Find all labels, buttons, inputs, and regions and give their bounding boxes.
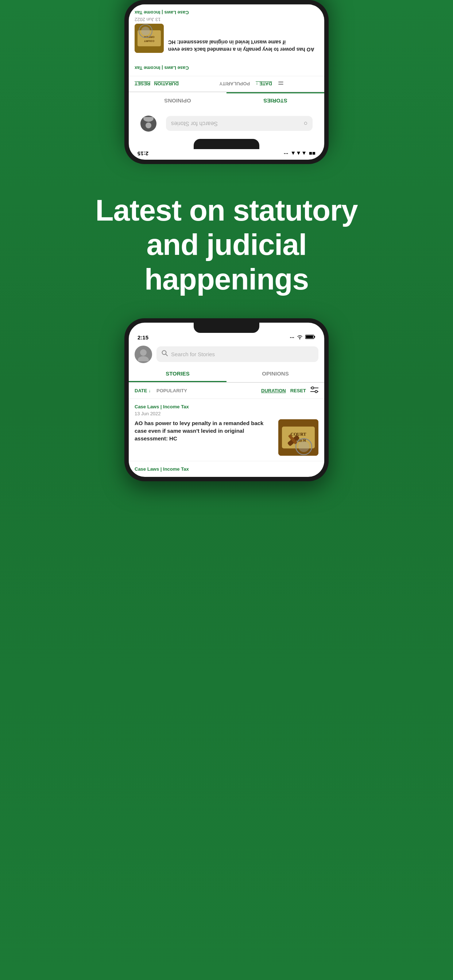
top-news-card-2: Case Laws | Income Tax bbox=[129, 60, 324, 76]
svg-point-11 bbox=[140, 349, 147, 356]
tab-stories-top[interactable]: STORIES bbox=[226, 92, 324, 108]
top-tabs: STORIES OPINIONS bbox=[129, 92, 324, 108]
page-wrapper: ■■ ▲▲▲ ··· 2:15 ○ Search for Stori bbox=[0, 0, 453, 980]
svg-rect-9 bbox=[314, 336, 315, 337]
filter-arrow: ↓ bbox=[148, 388, 151, 393]
svg-text:COURT: COURT bbox=[144, 40, 155, 43]
court-order-image: COURT ORDER bbox=[135, 24, 164, 53]
wifi-icon: ▲▲▲ bbox=[290, 151, 307, 157]
bottom-status-icons: ··· bbox=[290, 334, 316, 340]
headline-text: Latest on statutory and judicial happeni… bbox=[95, 193, 357, 296]
bottom-filter-reset[interactable]: RESET bbox=[290, 388, 306, 393]
bottom-avatar bbox=[135, 345, 152, 363]
svg-point-12 bbox=[138, 356, 149, 361]
bottom-battery-icon bbox=[305, 334, 316, 340]
bottom-filter-duration[interactable]: DURATION bbox=[261, 388, 286, 393]
svg-point-18 bbox=[315, 390, 317, 393]
battery-icon: ■■ bbox=[309, 151, 316, 157]
top-news-image: COURT ORDER bbox=[135, 24, 164, 53]
top-app-content: ○ Search for Stories S bbox=[129, 5, 324, 139]
top-news-date: 13 Jun 2022 bbox=[135, 17, 318, 22]
top-filter-duration[interactable]: DURATION bbox=[154, 81, 179, 87]
bottom-tabs: STORIES OPINIONS bbox=[129, 366, 324, 383]
top-phone-screen: ■■ ▲▲▲ ··· 2:15 ○ Search for Stori bbox=[129, 5, 324, 160]
filter-sliders-svg bbox=[310, 387, 318, 393]
top-phone-notch bbox=[194, 139, 259, 149]
bottom-news-card-1[interactable]: Case Laws | Income Tax 13 Jun 2022 AO ha… bbox=[129, 399, 324, 461]
top-filter-date[interactable]: DATE ↑ bbox=[256, 81, 272, 87]
top-news-category: Case Laws | Income Tax bbox=[135, 10, 318, 15]
tab-stories-bottom[interactable]: STORIES bbox=[129, 366, 226, 382]
svg-line-14 bbox=[166, 354, 167, 356]
bottom-news-date-1: 13 Jun 2022 bbox=[135, 411, 318, 416]
bottom-news-title-1: AO has power to levy penalty in a remand… bbox=[135, 419, 274, 442]
bottom-signal-dots: ··· bbox=[290, 334, 294, 340]
bottom-search-bar[interactable]: Search for Stories bbox=[156, 346, 318, 362]
bottom-status-bar: 2:15 ··· bbox=[129, 333, 324, 343]
top-phone-container: ■■ ▲▲▲ ··· 2:15 ○ Search for Stori bbox=[0, 0, 453, 164]
bottom-search-placeholder: Search for Stories bbox=[171, 351, 215, 357]
bottom-filter-row: DATE ↓ POPULARITY DURATION RESET bbox=[129, 383, 324, 399]
signal-icon: ··· bbox=[284, 151, 289, 157]
wifi-svg bbox=[297, 334, 303, 339]
top-news-category-2: Case Laws | Income Tax bbox=[135, 65, 318, 71]
tab-opinions-bottom[interactable]: OPINIONS bbox=[226, 366, 324, 382]
svg-rect-10 bbox=[306, 336, 313, 338]
tab-opinions-top[interactable]: OPINIONS bbox=[129, 92, 226, 108]
bottom-news-card-1-row: AO has power to levy penalty in a remand… bbox=[135, 419, 318, 456]
bottom-news-image-1: COURT ORDER bbox=[278, 419, 318, 456]
top-status-icons: ■■ ▲▲▲ ··· bbox=[284, 151, 316, 157]
bottom-top-bar: Search for Stories bbox=[129, 343, 324, 366]
bottom-filter-popularity[interactable]: POPULARITY bbox=[156, 388, 187, 393]
svg-point-7 bbox=[141, 27, 150, 35]
top-search-bar[interactable]: ○ Search for Stories bbox=[166, 116, 313, 131]
bottom-phone-mockup: 2:15 ··· bbox=[124, 318, 329, 481]
search-svg bbox=[161, 350, 168, 356]
top-filter-row: ⚌ DATE ↑ POPULARITY DURATION RESET bbox=[129, 76, 324, 92]
bottom-court-order-image: COURT ORDER bbox=[278, 419, 318, 456]
top-phone-mockup: ■■ ▲▲▲ ··· 2:15 ○ Search for Stori bbox=[124, 0, 329, 164]
bottom-phone-container: 2:15 ··· bbox=[0, 318, 453, 496]
top-avatar bbox=[140, 116, 156, 132]
svg-point-0 bbox=[145, 123, 152, 128]
top-news-title: AO has power to levy penalty in a remand… bbox=[168, 39, 318, 53]
bottom-phone-screen: 2:15 ··· bbox=[129, 323, 324, 477]
avatar-silhouette bbox=[142, 117, 155, 130]
top-filter-popularity[interactable]: POPULARITY bbox=[219, 81, 250, 87]
bottom-status-time: 2:15 bbox=[137, 334, 148, 340]
headline-section: Latest on statutory and judicial happeni… bbox=[73, 164, 379, 318]
svg-text:ORDER: ORDER bbox=[144, 35, 154, 39]
battery-svg bbox=[305, 334, 316, 339]
bottom-filter-icon[interactable] bbox=[310, 387, 318, 395]
bottom-news-category-2: Case Laws | Income Tax bbox=[135, 466, 318, 472]
svg-point-1 bbox=[144, 117, 153, 122]
top-news-card-1[interactable]: AO has power to levy penalty in a remand… bbox=[129, 5, 324, 60]
bottom-avatar-silhouette bbox=[136, 347, 150, 361]
bottom-phone-notch bbox=[194, 323, 259, 333]
bottom-search-icon bbox=[161, 350, 168, 358]
top-news-card-1-row: AO has power to levy penalty in a remand… bbox=[135, 24, 318, 53]
bottom-news-category-1: Case Laws | Income Tax bbox=[135, 404, 318, 409]
bottom-filter-date[interactable]: DATE ↓ bbox=[135, 388, 151, 393]
svg-point-24 bbox=[298, 441, 309, 452]
top-filter-icon[interactable]: ⚌ bbox=[278, 80, 284, 88]
top-search-placeholder: Search for Stories bbox=[171, 120, 301, 127]
bottom-news-card-2[interactable]: Case Laws | Income Tax bbox=[129, 461, 324, 477]
bottom-wifi-icon bbox=[297, 334, 303, 340]
svg-point-16 bbox=[311, 387, 314, 389]
bottom-filter-right: DURATION RESET bbox=[261, 387, 318, 395]
top-search-icon: ○ bbox=[303, 120, 308, 127]
top-status-bar: ■■ ▲▲▲ ··· 2:15 bbox=[129, 149, 324, 160]
svg-text:COURT: COURT bbox=[291, 432, 306, 437]
top-filter-reset[interactable]: RESET bbox=[135, 81, 150, 87]
top-status-time: 2:15 bbox=[137, 151, 148, 157]
